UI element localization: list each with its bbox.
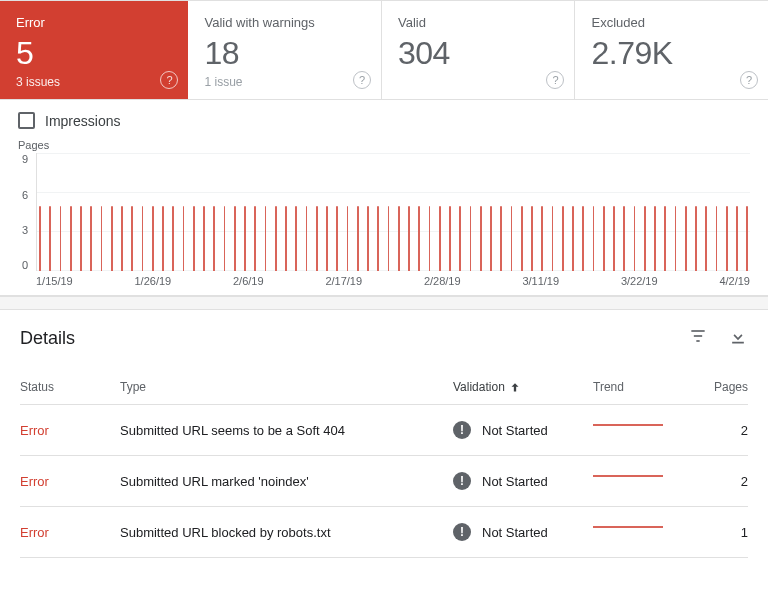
summary-cards: Error 5 3 issues ? Valid with warnings 1… — [0, 0, 768, 100]
chart-bar — [357, 206, 359, 272]
chart-bar — [254, 206, 256, 272]
trend-sparkline — [593, 526, 663, 528]
help-icon[interactable]: ? — [160, 71, 178, 89]
chart-bar — [203, 206, 205, 272]
impressions-toggle[interactable]: Impressions — [18, 112, 750, 129]
chart-bar — [213, 206, 215, 272]
chart-bar — [295, 206, 297, 272]
col-pages[interactable]: Pages — [703, 380, 748, 394]
filter-icon[interactable] — [688, 326, 708, 350]
chart-bar — [388, 206, 390, 272]
x-axis: 1/15/191/26/192/6/192/17/192/28/193/11/1… — [18, 271, 750, 287]
chart-bar — [705, 206, 707, 272]
exclamation-icon: ! — [453, 523, 471, 541]
chart-bar — [726, 206, 728, 272]
card-sub: 3 issues — [16, 75, 168, 89]
chart-bar — [121, 206, 123, 272]
chart-bar — [531, 206, 533, 272]
col-status[interactable]: Status — [20, 380, 120, 394]
chart-bar — [418, 206, 420, 272]
card-warnings[interactable]: Valid with warnings 18 1 issue ? — [188, 1, 382, 99]
y-axis-label: Pages — [18, 139, 750, 151]
row-status: Error — [20, 474, 120, 489]
chart-bar — [408, 206, 410, 272]
card-value: 18 — [204, 36, 365, 71]
exclamation-icon: ! — [453, 421, 471, 439]
card-label: Valid with warnings — [204, 15, 365, 30]
col-trend[interactable]: Trend — [593, 380, 703, 394]
chart-bar — [183, 206, 185, 272]
card-error[interactable]: Error 5 3 issues ? — [0, 1, 188, 99]
chart-bar — [131, 206, 133, 272]
chart-bar — [152, 206, 154, 272]
help-icon[interactable]: ? — [353, 71, 371, 89]
chart-area: 9 6 3 0 — [18, 153, 750, 271]
chart-bar — [429, 206, 431, 272]
chart-section: Impressions Pages 9 6 3 0 1/15/191/26/19… — [0, 100, 768, 296]
card-value: 304 — [398, 36, 559, 71]
chart-bar — [695, 206, 697, 272]
chart-bar — [521, 206, 523, 272]
chart-bar — [265, 206, 267, 272]
chart-bar — [275, 206, 277, 272]
chart-bar — [90, 206, 92, 272]
card-label: Error — [16, 15, 168, 30]
chart-bar — [746, 206, 748, 272]
col-type[interactable]: Type — [120, 380, 453, 394]
chart-bar — [336, 206, 338, 272]
trend-sparkline — [593, 475, 663, 477]
card-value: 2.79K — [591, 36, 752, 71]
chart-bar — [716, 206, 718, 272]
details-section: Details Status Type Validation Trend Pag… — [0, 310, 768, 558]
row-pages: 2 — [703, 474, 748, 489]
chart-bar — [111, 206, 113, 272]
chart-bar — [234, 206, 236, 272]
chart-bar — [603, 206, 605, 272]
chart-bar — [80, 206, 82, 272]
chart-bar — [572, 206, 574, 272]
card-label: Excluded — [591, 15, 752, 30]
row-type: Submitted URL marked 'noindex' — [120, 474, 453, 489]
chart-bar — [367, 206, 369, 272]
chart-bar — [285, 206, 287, 272]
chart-bar — [449, 206, 451, 272]
chart-bar — [70, 206, 72, 272]
table-row[interactable]: ErrorSubmitted URL seems to be a Soft 40… — [20, 405, 748, 456]
row-type: Submitted URL seems to be a Soft 404 — [120, 423, 453, 438]
chart-bar — [101, 206, 103, 272]
row-validation: !Not Started — [453, 421, 593, 439]
table-row[interactable]: ErrorSubmitted URL marked 'noindex'!Not … — [20, 456, 748, 507]
chart-plot — [36, 153, 750, 271]
chart-bar — [500, 206, 502, 272]
checkbox-icon — [18, 112, 35, 129]
card-excluded[interactable]: Excluded 2.79K ? — [575, 1, 768, 99]
trend-sparkline — [593, 424, 663, 426]
help-icon[interactable]: ? — [546, 71, 564, 89]
chart-bar — [736, 206, 738, 272]
table-row[interactable]: ErrorSubmitted URL blocked by robots.txt… — [20, 507, 748, 558]
chart-bar — [664, 206, 666, 272]
chart-bar — [582, 206, 584, 272]
download-icon[interactable] — [728, 326, 748, 350]
chart-bar — [654, 206, 656, 272]
chart-bar — [685, 206, 687, 272]
chart-bars — [37, 153, 750, 271]
col-validation[interactable]: Validation — [453, 380, 593, 394]
chart-bar — [541, 206, 543, 272]
chart-bar — [60, 206, 62, 272]
chart-bar — [142, 206, 144, 272]
chart-bar — [562, 206, 564, 272]
row-pages: 2 — [703, 423, 748, 438]
section-divider — [0, 296, 768, 310]
sort-arrow-up-icon — [508, 381, 522, 395]
chart-bar — [459, 206, 461, 272]
card-value: 5 — [16, 36, 168, 71]
chart-bar — [490, 206, 492, 272]
chart-bar — [193, 206, 195, 272]
card-valid[interactable]: Valid 304 ? — [382, 1, 576, 99]
help-icon[interactable]: ? — [740, 71, 758, 89]
chart-bar — [377, 206, 379, 272]
impressions-label: Impressions — [45, 113, 120, 129]
chart-bar — [552, 206, 554, 272]
details-header: Details — [20, 326, 748, 350]
